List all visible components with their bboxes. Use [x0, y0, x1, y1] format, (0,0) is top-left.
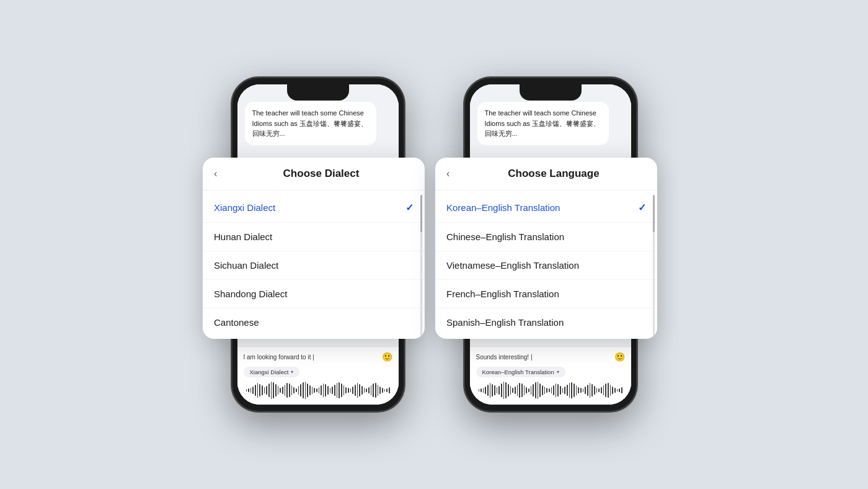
wave-bar — [498, 386, 500, 395]
item-label: Vietnamese–English Translation — [446, 260, 646, 271]
wave-bar — [266, 386, 267, 395]
wave-bar — [485, 387, 486, 394]
wave-bar — [352, 387, 353, 394]
list-item[interactable]: Chinese–English Translation — [435, 223, 657, 251]
input-area-left: I am looking forward to it | 🙂 Xiangxi D… — [237, 346, 399, 405]
card-header: ‹ Choose Dialect — [203, 158, 425, 191]
wave-bar — [312, 387, 313, 394]
wave-bar — [343, 385, 345, 395]
dialect-list: Xiangxi Dialect ✓ Hunan Dialect Sichuan … — [203, 191, 425, 339]
wave-bar — [264, 387, 265, 393]
wave-bar — [567, 385, 568, 396]
scrollbar[interactable] — [420, 195, 422, 336]
wave-bar — [271, 382, 272, 399]
wave-bar — [339, 382, 340, 398]
item-label: Korean–English Translation — [446, 202, 638, 213]
item-label: Chinese–English Translation — [446, 231, 646, 242]
wave-bar — [521, 384, 523, 397]
wave-bar — [503, 382, 505, 399]
wave-bar — [603, 385, 604, 395]
wave-bar — [512, 388, 513, 393]
wave-bar — [598, 388, 600, 392]
wave-bar — [280, 388, 281, 393]
wave-bar — [375, 383, 376, 398]
wave-bar — [501, 384, 502, 397]
emoji-button-right[interactable]: 🙂 — [614, 352, 625, 362]
wave-bar — [614, 388, 616, 393]
list-item[interactable]: Shandong Dialect — [203, 280, 425, 308]
wave-bar — [275, 384, 277, 397]
item-label: Spanish–English Translation — [446, 317, 646, 328]
wave-bar — [526, 387, 527, 393]
wave-bar — [323, 384, 324, 397]
scrollbar-right[interactable] — [653, 195, 655, 336]
wave-bar — [316, 388, 317, 392]
dialect-badge-label-right: Korean–English Translation — [482, 369, 554, 375]
wave-bar — [610, 385, 611, 396]
card-header-right: ‹ Choose Language — [435, 158, 657, 191]
right-phone: ‹ Choose Language Korean–English Transla… — [459, 71, 642, 418]
wave-bar — [382, 388, 383, 393]
wave-bar — [560, 386, 561, 395]
list-item[interactable]: Xiangxi Dialect ✓ — [203, 193, 425, 223]
wave-bar — [510, 386, 512, 395]
dialect-badge-right[interactable]: Korean–English Translation ▾ — [476, 367, 565, 377]
wave-bar — [617, 389, 618, 392]
wave-bar — [619, 388, 620, 392]
wave-bar — [505, 382, 507, 398]
chat-bubble-right: The teacher will teach some Chinese Idio… — [477, 102, 609, 145]
waveform-right — [476, 381, 625, 400]
wave-bar — [345, 387, 347, 393]
wave-bar — [278, 386, 279, 395]
wave-bar — [325, 384, 326, 397]
wave-bar — [497, 387, 498, 393]
wave-bar — [576, 385, 577, 395]
wave-bar — [587, 385, 588, 396]
wave-bar — [494, 385, 495, 395]
wave-bar — [330, 388, 331, 393]
chevron-icon-left: ▾ — [291, 369, 293, 375]
wave-bar — [337, 383, 338, 398]
list-item[interactable]: Korean–English Translation ✓ — [435, 193, 657, 223]
wave-bar — [528, 388, 529, 392]
wave-bar — [542, 385, 543, 395]
wave-bar — [479, 389, 480, 392]
wave-bar — [574, 384, 575, 397]
wave-bar — [341, 384, 342, 397]
back-button-right[interactable]: ‹ — [446, 168, 461, 179]
wave-bar — [373, 384, 374, 397]
list-item[interactable]: Cantonese — [203, 308, 425, 336]
wave-bar — [487, 385, 489, 396]
check-icon: ✓ — [405, 202, 414, 213]
wave-bar — [556, 384, 557, 397]
dialect-badge-left[interactable]: Xiangxi Dialect ▾ — [244, 367, 300, 377]
list-item[interactable]: French–English Translation — [435, 280, 657, 308]
left-phone: ‹ Choose Dialect Xiangxi Dialect ✓ Hunan… — [226, 71, 409, 418]
item-label: Cantonese — [214, 317, 414, 328]
list-item[interactable]: Vietnamese–English Translation — [435, 251, 657, 280]
wave-bar — [544, 387, 546, 394]
wave-bar — [368, 387, 370, 393]
back-button[interactable]: ‹ — [214, 168, 229, 179]
item-label: French–English Translation — [446, 289, 646, 299]
list-item[interactable]: Spanish–English Translation — [435, 308, 657, 336]
list-item[interactable]: Hunan Dialect — [203, 223, 425, 251]
list-item[interactable]: Sichuan Dialect — [203, 251, 425, 280]
choose-dialect-card: ‹ Choose Dialect Xiangxi Dialect ✓ Hunan… — [203, 158, 425, 339]
wave-bar — [361, 386, 363, 395]
wave-bar — [591, 384, 593, 397]
wave-bar — [557, 384, 559, 397]
chevron-icon-right: ▾ — [557, 369, 559, 375]
wave-bar — [309, 385, 311, 395]
wave-bar — [578, 387, 579, 393]
text-input-row-right: Sounds interesting! | 🙂 — [476, 352, 625, 362]
emoji-button-left[interactable]: 🙂 — [382, 352, 392, 362]
scrollbar-thumb — [420, 195, 422, 232]
item-label: Shandong Dialect — [214, 289, 414, 299]
wave-bar — [524, 385, 525, 395]
scrollbar-thumb-right — [653, 195, 655, 232]
wave-bar — [252, 387, 254, 394]
wave-bar — [508, 384, 509, 397]
wave-bar — [569, 383, 570, 398]
wave-bar — [492, 384, 493, 397]
